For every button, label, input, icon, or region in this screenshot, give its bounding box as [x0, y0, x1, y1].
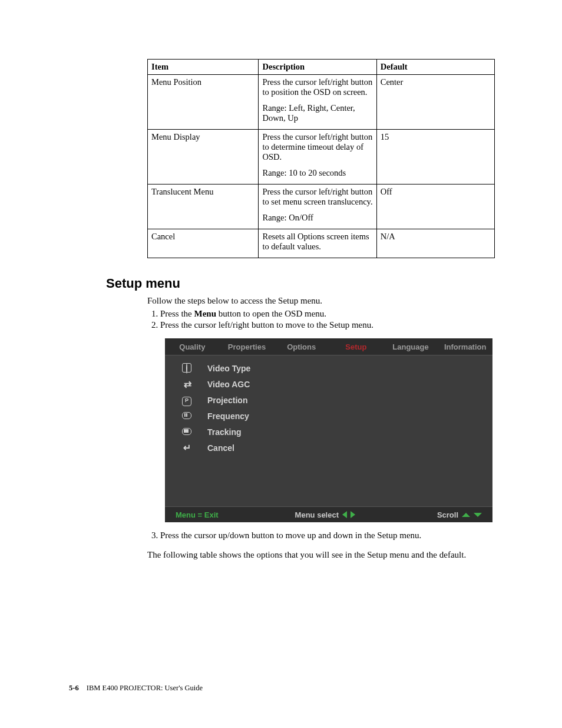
section-heading: Setup menu [106, 276, 497, 291]
doc-title: IBM E400 PROJECTOR: User's Guide [87, 684, 203, 692]
menu-select-label: Menu select [295, 510, 355, 519]
cell-description: Press the cursor left/right button to de… [259, 130, 376, 185]
osd-screenshot: Quality Properties Options Setup Languag… [165, 338, 492, 522]
video-agc-icon: ⇄ [177, 378, 197, 390]
osd-tabs: Quality Properties Options Setup Languag… [165, 338, 492, 355]
tab-options[interactable]: Options [274, 342, 329, 351]
cell-default: Center [376, 75, 494, 130]
cell-item: Translucent Menu [148, 185, 259, 229]
page-footer: 5-6 IBM E400 PROJECTOR: User's Guide [69, 684, 203, 693]
osd-item-label: Frequency [197, 411, 249, 421]
osd-item-cancel[interactable]: ↵ Cancel [177, 440, 492, 456]
cell-item: Menu Display [148, 130, 259, 185]
th-description: Description [259, 60, 376, 75]
osd-footer: Menu = Exit Menu select Scroll [165, 506, 492, 522]
cell-default: Off [376, 185, 494, 229]
table-row: Cancel Resets all Options screen items t… [148, 229, 495, 258]
cell-description: Press the cursor left/right button to se… [259, 185, 376, 229]
projection-icon: P [177, 394, 197, 406]
cell-item: Cancel [148, 229, 259, 258]
cell-description: Resets all Options screen items to defau… [259, 229, 376, 258]
step-1: Press the Menu button to open the OSD me… [160, 309, 497, 319]
video-type-icon [177, 363, 197, 373]
cell-default: N/A [376, 229, 494, 258]
triangle-down-icon [474, 513, 482, 517]
step-2: Press the cursor left/right button to mo… [160, 320, 497, 330]
table-row: Translucent Menu Press the cursor left/r… [148, 185, 495, 229]
osd-item-label: Cancel [197, 443, 234, 453]
osd-item-label: Video Type [197, 364, 250, 373]
osd-body: Video Type ⇄ Video AGC P Projection Freq… [165, 355, 492, 456]
osd-item-projection[interactable]: P Projection [177, 392, 492, 408]
tab-setup[interactable]: Setup [329, 342, 384, 351]
scroll-label: Scroll [437, 510, 482, 519]
steps-list: Press the Menu button to open the OSD me… [147, 309, 497, 330]
cell-item: Menu Position [148, 75, 259, 130]
tracking-icon [177, 427, 197, 437]
page-number: 5-6 [69, 684, 79, 692]
cell-default: 15 [376, 130, 494, 185]
triangle-left-icon [342, 511, 347, 518]
step-3: Press the cursor up/down button to move … [160, 531, 497, 541]
th-item: Item [148, 60, 259, 75]
triangle-up-icon [462, 513, 470, 517]
osd-item-video-agc[interactable]: ⇄ Video AGC [177, 376, 492, 392]
frequency-icon [177, 411, 197, 421]
osd-item-label: Projection [197, 396, 247, 405]
osd-item-label: Tracking [197, 427, 242, 437]
return-icon: ↵ [177, 442, 197, 453]
table-row: Menu Display Press the cursor left/right… [148, 130, 495, 185]
tab-information[interactable]: Information [438, 342, 492, 351]
table-row: Menu Position Press the cursor left/righ… [148, 75, 495, 130]
tab-language[interactable]: Language [384, 342, 438, 351]
steps-list-continued: Press the cursor up/down button to move … [147, 531, 497, 541]
menu-exit-label: Menu = Exit [176, 510, 219, 519]
th-default: Default [376, 60, 494, 75]
osd-item-label: Video AGC [197, 380, 250, 389]
osd-item-frequency[interactable]: Frequency [177, 408, 492, 424]
tab-properties[interactable]: Properties [220, 342, 275, 351]
options-table: Item Description Default Menu Position P… [147, 59, 495, 258]
closing-text: The following table shows the options th… [147, 549, 497, 561]
tab-quality[interactable]: Quality [165, 342, 220, 351]
section-intro: Follow the steps below to access the Set… [147, 295, 497, 307]
osd-item-video-type[interactable]: Video Type [177, 360, 492, 376]
osd-item-tracking[interactable]: Tracking [177, 424, 492, 440]
triangle-right-icon [351, 511, 355, 518]
cell-description: Press the cursor left/right button to po… [259, 75, 376, 130]
